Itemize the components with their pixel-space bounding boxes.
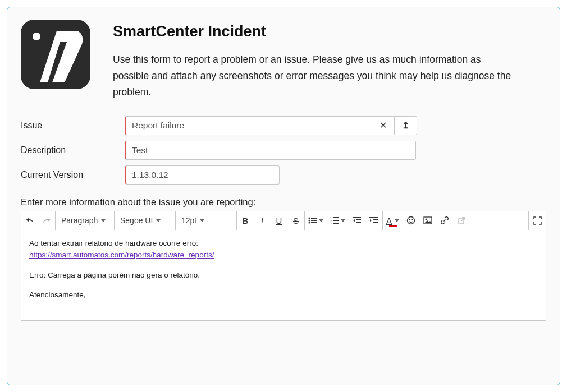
emoji-icon	[406, 216, 415, 225]
svg-rect-2	[311, 218, 317, 219]
svg-point-19	[408, 217, 415, 224]
indent-button[interactable]	[365, 211, 382, 230]
svg-rect-10	[333, 220, 339, 221]
indent-icon	[369, 216, 378, 224]
header: SmartCenter Incident Use this form to re…	[21, 20, 546, 100]
editor-line: Atenciosamente,	[29, 289, 538, 301]
arrow-up-icon: ↥	[402, 120, 409, 131]
more-info-label: Enter more information about the issue y…	[21, 197, 546, 207]
image-icon	[423, 216, 432, 224]
font-size-value: 12pt	[181, 216, 196, 225]
description-input[interactable]	[125, 141, 416, 160]
svg-point-20	[409, 219, 410, 220]
svg-rect-6	[311, 222, 317, 223]
app-logo	[21, 20, 90, 89]
numbered-list-button[interactable]: 123	[327, 211, 349, 230]
bold-button[interactable]: B	[237, 211, 254, 230]
numbered-list-icon: 123	[330, 216, 339, 224]
font-family-select[interactable]: Segoe UI	[115, 211, 175, 230]
italic-button[interactable]: I	[254, 211, 271, 230]
chevron-down-icon	[200, 219, 204, 222]
undo-icon	[25, 216, 34, 224]
emoji-button[interactable]	[403, 211, 419, 230]
editor-line: Ao tentar extrair relatório de hardware …	[29, 237, 538, 250]
outdent-button[interactable]	[349, 211, 365, 230]
text-color-icon: A	[386, 216, 392, 225]
redo-button[interactable]	[38, 211, 55, 230]
redo-icon	[42, 216, 51, 224]
editor-link[interactable]: https://smart.automatos.com/reports/hard…	[29, 251, 214, 259]
lookup-issue-button[interactable]: ↥	[395, 116, 417, 135]
block-format-select[interactable]: Paragraph	[56, 211, 114, 230]
svg-rect-4	[311, 220, 317, 221]
italic-icon: I	[261, 216, 264, 225]
description-label: Description	[21, 145, 125, 155]
bullet-list-button[interactable]	[305, 211, 327, 230]
svg-rect-16	[369, 217, 378, 218]
strikethrough-icon: S	[293, 216, 299, 225]
svg-rect-18	[373, 222, 378, 223]
bullet-list-icon	[308, 216, 317, 224]
svg-rect-15	[356, 222, 361, 223]
block-format-value: Paragraph	[61, 216, 98, 225]
clear-issue-button[interactable]: ✕	[372, 116, 395, 135]
editor-toolbar: Paragraph Segoe UI 12pt B I	[21, 211, 546, 230]
undo-button[interactable]	[21, 211, 38, 230]
font-size-select[interactable]: 12pt	[176, 211, 236, 230]
underline-icon: U	[276, 216, 282, 225]
svg-rect-14	[356, 219, 361, 220]
font-family-value: Segoe UI	[120, 216, 153, 225]
strikethrough-button[interactable]: S	[287, 211, 304, 230]
open-link-button[interactable]	[453, 211, 470, 230]
rich-text-editor: Paragraph Segoe UI 12pt B I	[21, 211, 546, 321]
issue-input[interactable]	[125, 116, 372, 135]
insert-image-button[interactable]	[419, 211, 436, 230]
chevron-down-icon	[101, 219, 106, 222]
svg-point-23	[426, 219, 427, 220]
svg-point-21	[412, 219, 413, 220]
svg-point-3	[309, 220, 310, 222]
svg-point-5	[309, 222, 310, 224]
text-color-button[interactable]: A	[383, 211, 403, 230]
version-label: Current Version	[21, 170, 125, 180]
chevron-down-icon	[319, 219, 323, 222]
chevron-down-icon	[395, 219, 399, 222]
page-title: SmartCenter Incident	[113, 23, 546, 40]
svg-rect-13	[353, 217, 361, 218]
svg-rect-8	[333, 217, 339, 218]
insert-link-button[interactable]	[436, 211, 453, 230]
svg-text:3: 3	[330, 222, 332, 224]
fullscreen-icon	[533, 216, 542, 225]
svg-point-0	[33, 33, 40, 40]
link-icon	[440, 216, 449, 225]
bold-icon: B	[243, 216, 249, 225]
outdent-icon	[353, 216, 362, 224]
svg-rect-12	[333, 223, 339, 224]
external-link-icon	[458, 216, 466, 225]
intro-text: Use this form to report a problem or an …	[113, 52, 517, 100]
svg-rect-17	[373, 219, 378, 220]
fullscreen-button[interactable]	[529, 211, 546, 230]
editor-line: Erro: Carrega a página porém não gera o …	[29, 269, 538, 282]
issue-label: Issue	[21, 121, 125, 131]
underline-button[interactable]: U	[271, 211, 287, 230]
version-input[interactable]	[125, 165, 280, 185]
chevron-down-icon	[156, 219, 161, 222]
chevron-down-icon	[341, 219, 345, 222]
svg-point-1	[309, 218, 310, 219]
close-icon: ✕	[379, 120, 387, 131]
incident-form-panel: SmartCenter Incident Use this form to re…	[7, 7, 560, 385]
editor-content[interactable]: Ao tentar extrair relatório de hardware …	[21, 230, 546, 320]
